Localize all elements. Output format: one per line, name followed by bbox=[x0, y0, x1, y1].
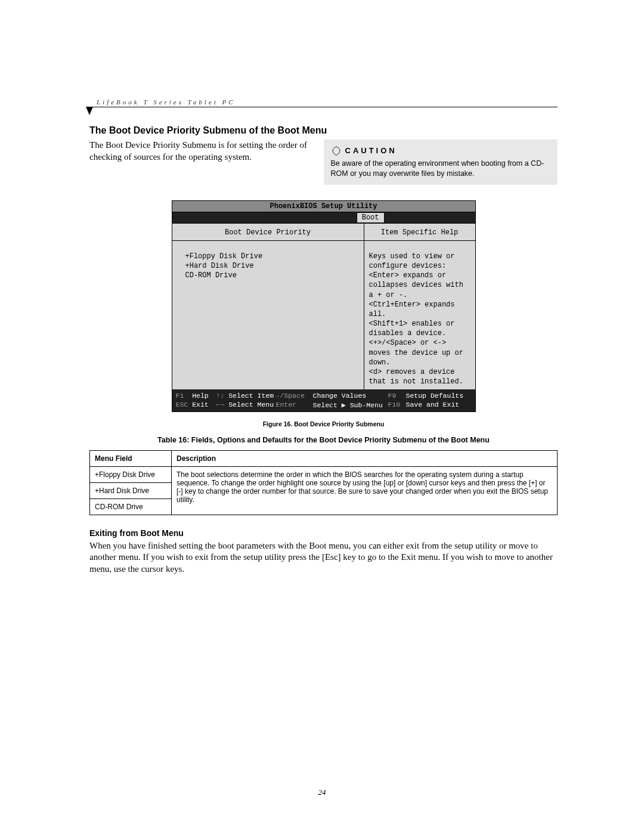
footer-label: Exit bbox=[192, 401, 209, 408]
help-line: <+>/<Space> or <-> bbox=[369, 338, 470, 348]
table-caption: Table 16: Fields, Options and Defaults f… bbox=[89, 436, 558, 444]
bios-left-header: Boot Device Priority bbox=[172, 227, 364, 241]
bios-footer: F1 Help ↑↓ Select Item -/Space Change Va… bbox=[172, 389, 475, 411]
help-line: disables a device. bbox=[369, 329, 470, 338]
exit-heading: Exiting from Boot Menu bbox=[89, 528, 558, 538]
footer-label: Select ▶ Sub-Menu bbox=[313, 401, 388, 409]
boot-item[interactable]: +Hard Disk Drive bbox=[185, 261, 358, 271]
table-header-menu-field: Menu Field bbox=[90, 450, 172, 466]
help-line: down. bbox=[369, 358, 470, 367]
footer-label: Help bbox=[192, 392, 209, 400]
footer-key: F10 bbox=[388, 401, 406, 409]
section-title: The Boot Device Priority Submenu of the … bbox=[89, 125, 558, 136]
table-cell-field: +Hard Disk Drive bbox=[90, 482, 172, 498]
help-line: <d> removes a device bbox=[369, 367, 470, 377]
running-head: LifeBook T Series Tablet PC bbox=[97, 98, 558, 106]
help-line: a + or -. bbox=[369, 290, 470, 300]
bios-menubar: Boot bbox=[172, 212, 475, 224]
table-row: +Floppy Disk Drive The boot selections d… bbox=[90, 466, 558, 482]
boot-item[interactable]: +Floppy Disk Drive bbox=[185, 252, 358, 261]
footer-label: Change Values bbox=[313, 392, 388, 400]
footer-key: ↑↓ bbox=[216, 392, 225, 400]
footer-label: Select Item bbox=[228, 392, 274, 400]
footer-key: ←→ bbox=[216, 401, 225, 408]
bios-title: PhoenixBIOS Setup Utility bbox=[172, 201, 475, 212]
help-line: configure devices: bbox=[369, 261, 470, 271]
table-cell-description: The boot selections determine the order … bbox=[172, 466, 558, 515]
help-line: that is not installed. bbox=[369, 377, 470, 386]
footer-key: -/Space bbox=[276, 392, 313, 400]
caution-body: Be aware of the operating environment wh… bbox=[331, 159, 551, 179]
help-line: moves the device up or bbox=[369, 348, 470, 358]
help-line: collapses devices with bbox=[369, 280, 470, 290]
caution-box: CAUTION Be aware of the operating enviro… bbox=[324, 140, 558, 185]
table-header-description: Description bbox=[172, 450, 558, 466]
footer-key: F1 bbox=[176, 392, 184, 400]
bios-tab-boot[interactable]: Boot bbox=[357, 212, 385, 222]
caution-icon bbox=[331, 145, 342, 156]
footer-label: Select Menu bbox=[228, 401, 274, 408]
footer-key: F9 bbox=[388, 392, 406, 400]
boot-item[interactable]: CD-ROM Drive bbox=[185, 271, 358, 280]
footer-key: ESC bbox=[176, 401, 188, 408]
figure-caption: Figure 16. Boot Device Priority Submenu bbox=[89, 420, 558, 428]
bios-help-body: Keys used to view or configure devices: … bbox=[369, 241, 470, 387]
help-line: <Shift+1> enables or bbox=[369, 319, 470, 329]
bios-panel: PhoenixBIOS Setup Utility Boot Boot Devi… bbox=[172, 200, 476, 412]
help-line: <Enter> expands or bbox=[369, 271, 470, 280]
footer-key: Enter bbox=[276, 401, 313, 409]
fields-table: Menu Field Description +Floppy Disk Driv… bbox=[89, 450, 558, 515]
header-marker-icon bbox=[86, 107, 93, 115]
help-line: <Ctrl+Enter> expands bbox=[369, 300, 470, 309]
bios-right-header: Item Specific Help bbox=[364, 227, 475, 241]
header-rule bbox=[89, 107, 558, 107]
caution-label: CAUTION bbox=[345, 145, 397, 156]
footer-label: Setup Defaults bbox=[406, 392, 472, 400]
table-cell-field: CD-ROM Drive bbox=[90, 498, 172, 515]
section-intro: The Boot Device Priority Submenu is for … bbox=[89, 140, 309, 163]
footer-label: Save and Exit bbox=[406, 401, 472, 409]
exit-body: When you have finished setting the boot … bbox=[89, 540, 558, 575]
page-number: 24 bbox=[0, 788, 644, 797]
table-cell-field: +Floppy Disk Drive bbox=[90, 466, 172, 482]
help-line: all. bbox=[369, 309, 470, 319]
help-line: Keys used to view or bbox=[369, 252, 470, 261]
